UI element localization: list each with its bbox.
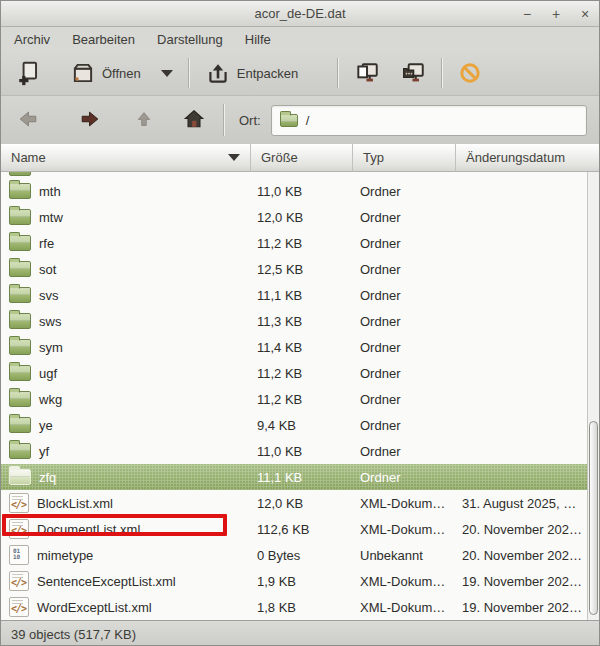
table-row[interactable]: DocumentList.xml112,6 KBXML-Dokum…20. No…: [1, 516, 599, 542]
cell-date: [456, 230, 599, 256]
cell-size: 11,2 KB: [251, 360, 353, 386]
table-row[interactable]: zfq11,1 KBOrdner: [1, 464, 599, 490]
arrow-right-icon: [79, 108, 101, 133]
column-header-size[interactable]: Größe: [251, 144, 353, 172]
table-row[interactable]: mth11,0 KBOrdner: [1, 178, 599, 204]
cell-type: Ordner: [353, 308, 456, 334]
cell-size: 12,0 KB: [251, 204, 353, 230]
column-header-name[interactable]: Name: [1, 144, 251, 172]
xml-file-icon: [9, 493, 29, 513]
close-button[interactable]: ×: [577, 6, 593, 22]
table-row[interactable]: wkg11,2 KBOrdner: [1, 386, 599, 412]
cell-name: sym: [1, 334, 251, 360]
table-row[interactable]: BlockList.xml12,0 KBXML-Dokum…31. August…: [1, 490, 599, 516]
table-row[interactable]: sot12,5 KBOrdner: [1, 256, 599, 282]
file-name: mth: [39, 184, 61, 199]
table-row[interactable]: svs11,1 KBOrdner: [1, 282, 599, 308]
location-input[interactable]: /: [271, 105, 587, 136]
cell-name: zfq: [1, 464, 251, 490]
cell-name: sot: [1, 256, 251, 282]
chevron-down-icon[interactable]: [161, 70, 173, 77]
titlebar[interactable]: acor_de-DE.dat − + ×: [1, 1, 599, 27]
cell-date: [456, 464, 599, 490]
cell-date: [456, 412, 599, 438]
file-name: wkg: [39, 392, 62, 407]
cell-type: Ordner: [353, 386, 456, 412]
toolbar-separator: [441, 58, 443, 88]
cell-name: DocumentList.xml: [1, 516, 251, 542]
table-row[interactable]: SentenceExceptList.xml1,9 KBXML-Dokum…19…: [1, 568, 599, 594]
cell-size: 11,0 KB: [251, 178, 353, 204]
cell-type: Ordner: [353, 464, 456, 490]
folder-icon: [280, 114, 298, 127]
cell-date: [456, 204, 599, 230]
column-header-type[interactable]: Typ: [353, 144, 456, 172]
cell-size: 11,2 KB: [251, 230, 353, 256]
cell-date: [456, 178, 599, 204]
cell-date: [456, 282, 599, 308]
open-button[interactable]: Öffnen: [63, 55, 180, 91]
cell-type: Ordner: [353, 230, 456, 256]
screen-folder-icon: [400, 60, 426, 86]
cell-size: 12,0 KB: [251, 490, 353, 516]
cell-name: wkg: [1, 386, 251, 412]
folder-icon: [9, 172, 31, 176]
cell-type: Ordner: [353, 438, 456, 464]
forward-button[interactable]: [75, 104, 105, 137]
xml-file-icon: [9, 519, 29, 539]
table-row[interactable]: mimetype0 BytesUnbekannt20. November 202…: [1, 542, 599, 568]
xml-file-icon: [9, 571, 29, 591]
minimize-button[interactable]: −: [519, 6, 535, 22]
maximize-button[interactable]: +: [548, 6, 564, 22]
navbar-separator: [223, 104, 225, 136]
table-row[interactable]: sws11,3 KBOrdner: [1, 308, 599, 334]
folder-icon: [9, 261, 31, 277]
folder-icon: [9, 209, 31, 225]
file-name: sym: [39, 340, 63, 355]
cell-date: [456, 308, 599, 334]
up-button[interactable]: [131, 106, 157, 135]
file-name: yf: [39, 444, 49, 459]
cell-size: 11,1 KB: [251, 282, 353, 308]
vertical-scrollbar[interactable]: [587, 172, 599, 620]
extract-icon: [205, 60, 231, 86]
home-icon: [183, 108, 205, 133]
table-row[interactable]: yf11,0 KBOrdner: [1, 438, 599, 464]
table-row[interactable]: rfe11,2 KBOrdner: [1, 230, 599, 256]
cell-date: [456, 334, 599, 360]
statusbar: 39 objects (517,7 KB): [1, 620, 599, 646]
stop-button[interactable]: [451, 56, 489, 90]
table-row[interactable]: ye9,4 KBOrdner: [1, 412, 599, 438]
file-name: sws: [39, 314, 61, 329]
add-file-button[interactable]: [9, 55, 49, 91]
menu-item-archiv[interactable]: Archiv: [3, 29, 61, 50]
menu-item-darstellung[interactable]: Darstellung: [146, 29, 234, 50]
open-button-label: Öffnen: [102, 66, 141, 81]
menu-item-bearbeiten[interactable]: Bearbeiten: [61, 29, 146, 50]
add-folder-button[interactable]: [393, 55, 433, 91]
cell-size: 11,3 KB: [251, 308, 353, 334]
cell-name: yf: [1, 438, 251, 464]
column-header-date[interactable]: Änderungsdatum: [456, 144, 599, 172]
xml-file-icon: [9, 597, 29, 617]
file-name: rfe: [39, 236, 54, 251]
location-value: /: [306, 113, 310, 128]
stop-icon: [458, 61, 482, 85]
table-row[interactable]: WordExceptList.xml1,8 KBXML-Dokum…19. No…: [1, 594, 599, 620]
cell-date: 31. August 2025, …: [456, 490, 599, 516]
cell-date: 19. November 202…: [456, 568, 599, 594]
file-name: ye: [39, 418, 53, 433]
menu-item-hilfe[interactable]: Hilfe: [234, 29, 282, 50]
scrollbar-thumb[interactable]: [589, 421, 598, 615]
table-row[interactable]: ugf11,2 KBOrdner: [1, 360, 599, 386]
screen-file-icon: [354, 60, 380, 86]
home-button[interactable]: [179, 104, 209, 137]
add-files-button[interactable]: [347, 55, 387, 91]
table-row[interactable]: mtw12,0 KBOrdner: [1, 204, 599, 230]
cell-size: 12,5 KB: [251, 256, 353, 282]
table-row[interactable]: sym11,4 KBOrdner: [1, 334, 599, 360]
cell-size: 9,4 KB: [251, 412, 353, 438]
folder-icon: [9, 469, 31, 485]
extract-button[interactable]: Entpacken: [198, 55, 305, 91]
back-button[interactable]: [13, 104, 43, 137]
